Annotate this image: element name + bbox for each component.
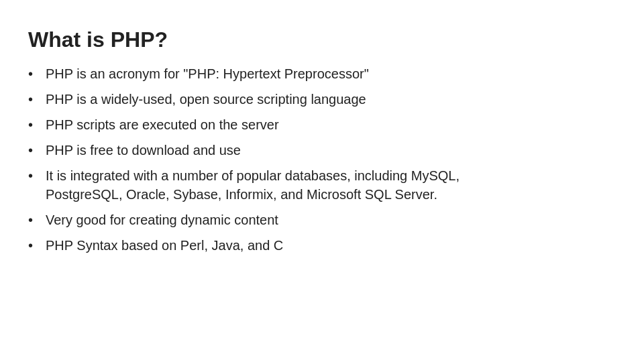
list-item: • PHP is free to download and use <box>28 141 616 160</box>
bullet-dot: • <box>28 166 43 185</box>
bullet-dot: • <box>28 210 43 229</box>
bullet-text: PHP is a widely-used, open source script… <box>46 90 616 109</box>
bullet-text: PHP Syntax based on Perl, Java, and C <box>46 236 616 255</box>
bullet-text-line1: It is integrated with a number of popula… <box>46 166 616 185</box>
slide-title: What is PHP? <box>28 27 616 52</box>
bullet-continuation: PostgreSQL, Oracle, Sybase, Informix, an… <box>46 187 437 202</box>
bullet-dot: • <box>28 64 43 83</box>
bullet-dot: • <box>28 90 43 109</box>
bullet-text: Very good for creating dynamic content <box>46 210 616 229</box>
bullet-dot: • <box>28 236 43 255</box>
list-item: • PHP is an acronym for "PHP: Hypertext … <box>28 64 616 83</box>
bullet-text: PHP is an acronym for "PHP: Hypertext Pr… <box>46 64 616 83</box>
list-item: • PHP Syntax based on Perl, Java, and C <box>28 236 616 255</box>
bullet-list: • PHP is an acronym for "PHP: Hypertext … <box>28 64 616 261</box>
bullet-dot: • <box>28 141 43 160</box>
list-item: • PHP scripts are executed on the server <box>28 115 616 134</box>
slide: What is PHP? • PHP is an acronym for "PH… <box>0 0 644 362</box>
list-item: • PHP is a widely-used, open source scri… <box>28 90 616 109</box>
bullet-text: PHP is free to download and use <box>46 141 616 160</box>
list-item-integrated: • It is integrated with a number of popu… <box>28 166 616 204</box>
bullet-text: PHP scripts are executed on the server <box>46 115 616 134</box>
list-item: • Very good for creating dynamic content <box>28 210 616 229</box>
bullet-dot: • <box>28 115 43 134</box>
